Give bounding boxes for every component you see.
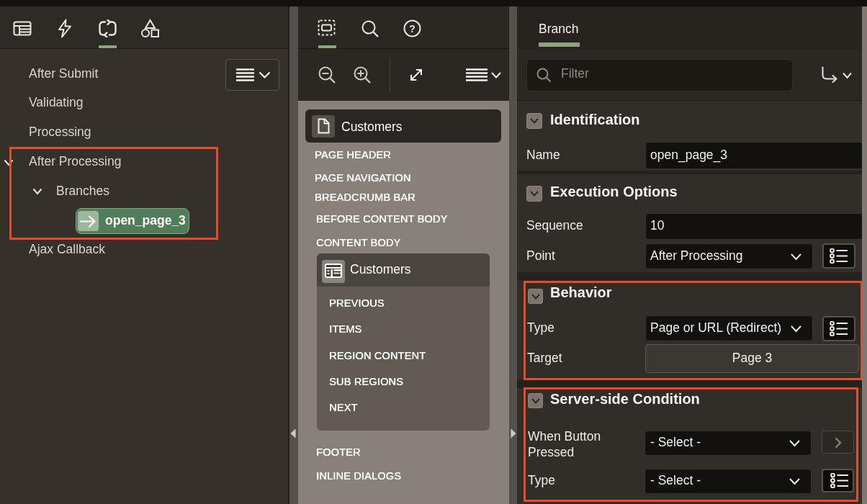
svg-text:?: ? bbox=[409, 23, 415, 35]
